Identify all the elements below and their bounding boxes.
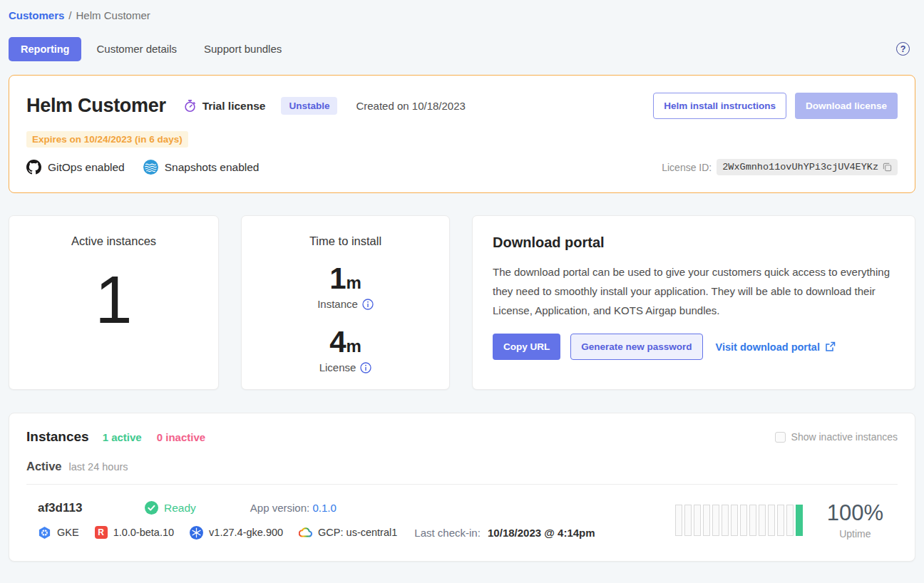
uptime-value: 100% <box>827 500 883 526</box>
uptime-bar <box>731 505 738 536</box>
generate-new-password-button[interactable]: Generate new password <box>570 334 702 360</box>
uptime-bar <box>759 505 766 536</box>
copy-icon[interactable] <box>883 162 892 172</box>
customer-name: Helm Customer <box>26 95 166 117</box>
check-circle-icon <box>145 501 158 515</box>
tab-customer-details[interactable]: Customer details <box>84 36 189 61</box>
breadcrumb-customers-link[interactable]: Customers <box>9 9 64 21</box>
license-type-label: Trial license <box>202 100 266 113</box>
info-icon[interactable] <box>360 362 371 373</box>
instance-status-label: Ready <box>164 502 196 515</box>
active-instances-value: 1 <box>9 267 218 334</box>
page: Customers / Helm Customer Reporting Cust… <box>0 0 924 562</box>
gke-icon <box>38 526 51 540</box>
snapshots-feature: Snapshots enabled <box>143 160 260 175</box>
breadcrumb-current: Helm Customer <box>76 9 150 21</box>
active-section-range: last 24 hours <box>69 461 128 473</box>
uptime-bar <box>694 505 701 536</box>
instance-status: Ready <box>145 501 196 515</box>
kubernetes-icon <box>190 526 203 540</box>
uptime-bar <box>722 505 729 536</box>
show-inactive-label: Show inactive instances <box>791 431 898 443</box>
instances-card: Instances 1 active 0 inactive Show inact… <box>9 413 915 562</box>
instances-title: Instances <box>26 429 89 445</box>
uptime-bars <box>675 505 803 536</box>
last-checkin: Last check-in: 10/18/2023 @ 4:14pm <box>414 527 595 539</box>
license-install-time: 4m <box>242 327 449 357</box>
app-version: App version: 0.1.0 <box>250 502 337 514</box>
cluster-meta: GKE <box>38 526 79 540</box>
tab-bar: Reporting Customer details Support bundl… <box>9 36 915 61</box>
show-inactive-toggle: Show inactive instances <box>775 431 898 443</box>
channel-badge: Unstable <box>281 97 337 115</box>
snapshots-icon <box>143 160 158 175</box>
uptime-summary: 100% Uptime <box>827 500 883 540</box>
created-date: Created on 10/18/2023 <box>356 100 465 112</box>
tab-reporting[interactable]: Reporting <box>9 37 81 61</box>
gitops-feature: GitOps enabled <box>26 160 125 175</box>
breadcrumb: Customers / Helm Customer <box>9 0 915 21</box>
uptime-bar <box>777 505 784 536</box>
show-inactive-checkbox[interactable] <box>775 432 786 443</box>
cloud-label: GCP: us-central1 <box>318 527 397 538</box>
helm-install-instructions-button[interactable]: Helm install instructions <box>653 93 786 119</box>
uptime-label: Uptime <box>827 528 883 540</box>
uptime-bar <box>786 505 794 536</box>
k8s-version-label: v1.27.4-gke.900 <box>209 527 283 538</box>
expiry-badge: Expires on 10/24/2023 (in 6 days) <box>26 131 188 148</box>
time-to-install-card: Time to install 1m Instance 4m License <box>241 215 450 390</box>
active-instances-card: Active instances 1 <box>9 215 219 390</box>
kots-version-meta: R 1.0.0-beta.10 <box>95 526 174 539</box>
info-icon[interactable] <box>362 299 374 310</box>
k8s-version-meta: v1.27.4-gke.900 <box>190 526 283 540</box>
uptime-bar <box>712 505 719 536</box>
instance-install-time: 1m <box>242 264 449 294</box>
replicated-icon: R <box>95 526 108 539</box>
uptime-bar <box>749 505 756 536</box>
download-portal-description: The download portal can be used to give … <box>493 262 895 320</box>
license-id-value[interactable]: 2WxGmnho11ovUhYPi3cjUV4EYKz <box>717 159 898 175</box>
uptime-bar <box>675 505 682 536</box>
help-icon[interactable]: ? <box>896 42 910 56</box>
external-link-icon <box>825 341 836 352</box>
gcp-icon <box>299 527 312 537</box>
active-instances-title: Active instances <box>9 234 218 248</box>
uptime-bar <box>684 505 692 536</box>
last-checkin-value: 10/18/2023 @ 4:14pm <box>488 527 595 539</box>
instance-install-label: Instance <box>242 298 449 310</box>
uptime-bar <box>740 505 747 536</box>
download-license-button[interactable]: Download license <box>795 93 898 119</box>
gitops-label: GitOps enabled <box>48 161 125 174</box>
snapshots-label: Snapshots enabled <box>165 161 260 174</box>
copy-url-button[interactable]: Copy URL <box>493 334 560 360</box>
time-to-install-title: Time to install <box>242 234 449 248</box>
download-portal-title: Download portal <box>493 234 895 251</box>
app-version-link[interactable]: 0.1.0 <box>312 502 336 514</box>
customer-summary-card: Helm Customer Trial license Unstable Cre… <box>9 75 915 193</box>
visit-download-portal-link[interactable]: Visit download portal <box>716 341 836 353</box>
active-count: 1 active <box>103 431 142 443</box>
license-type: Trial license <box>183 99 266 113</box>
active-section-label: Active <box>26 460 62 473</box>
cluster-label: GKE <box>57 527 79 538</box>
kots-version-label: 1.0.0-beta.10 <box>113 527 174 538</box>
cloud-meta: GCP: us-central1 <box>299 527 397 538</box>
license-id-group: License ID: 2WxGmnho11ovUhYPi3cjUV4EYKz <box>662 159 898 175</box>
breadcrumb-separator: / <box>68 9 71 21</box>
license-id-label: License ID: <box>662 162 712 173</box>
uptime-bar <box>796 505 803 536</box>
inactive-count: 0 inactive <box>157 431 205 443</box>
github-icon <box>26 160 41 175</box>
download-portal-card: Download portal The download portal can … <box>472 215 915 390</box>
license-install-label: License <box>242 361 449 373</box>
stopwatch-icon <box>183 99 197 113</box>
uptime-bar <box>768 505 775 536</box>
tab-support-bundles[interactable]: Support bundles <box>192 36 294 61</box>
instance-id[interactable]: af3d113 <box>38 501 145 515</box>
uptime-bar <box>703 505 710 536</box>
instance-row[interactable]: af3d113 Ready App version: 0.1.0 <box>26 485 898 551</box>
